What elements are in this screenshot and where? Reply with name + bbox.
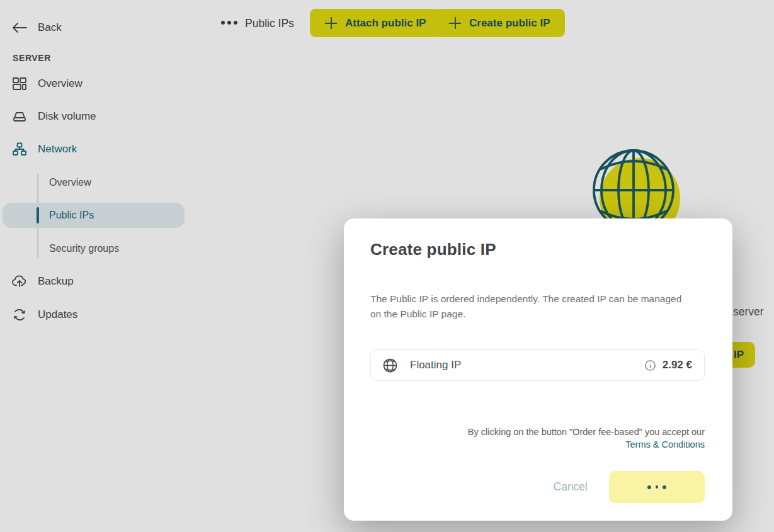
loading-dot bbox=[663, 485, 666, 489]
terms-text: By clicking on the button "Order fee-bas… bbox=[468, 427, 705, 437]
order-fee-based-button-loading[interactable] bbox=[609, 471, 705, 503]
option-price: 2.92 € bbox=[663, 359, 692, 371]
modal-title: Create public IP bbox=[370, 240, 496, 259]
cancel-button[interactable]: Cancel bbox=[554, 480, 588, 494]
terms-notice: By clicking on the button "Order fee-bas… bbox=[468, 426, 705, 451]
loading-dot bbox=[647, 485, 651, 489]
app-window: Back SERVER Overview Disk volume Network… bbox=[0, 0, 774, 532]
option-label: Floating IP bbox=[410, 359, 461, 371]
create-public-ip-modal: Create public IP The Public IP is ordere… bbox=[344, 218, 732, 521]
modal-actions: Cancel bbox=[554, 471, 705, 503]
modal-description: The Public IP is ordered independently. … bbox=[370, 291, 686, 322]
globe-icon bbox=[383, 358, 397, 373]
loading-dot bbox=[656, 485, 659, 489]
floating-ip-option-row[interactable]: Floating IP 2.92 € bbox=[370, 349, 705, 381]
terms-conditions-link[interactable]: Terms & Conditions bbox=[625, 439, 705, 450]
info-icon[interactable] bbox=[645, 360, 656, 371]
